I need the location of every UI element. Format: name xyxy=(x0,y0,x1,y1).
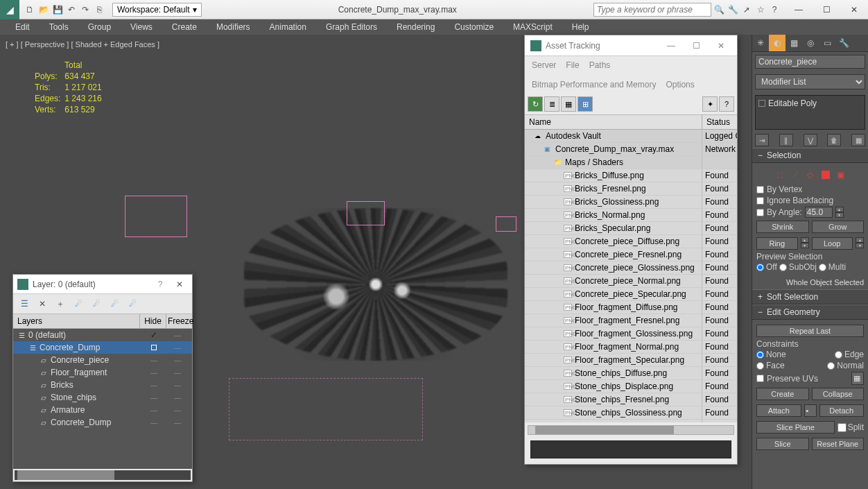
utilities-tab-icon[interactable]: 🔧 xyxy=(835,35,852,51)
asset-row[interactable]: PNGFloor_fragment_Glossiness.pngFound xyxy=(525,327,737,341)
column-hide[interactable]: Hide xyxy=(139,314,166,328)
split-checkbox[interactable] xyxy=(837,423,847,432)
close-button[interactable]: ✕ xyxy=(171,280,188,289)
attach-button[interactable]: Attach xyxy=(756,404,801,417)
hierarchy-tab-icon[interactable]: ▦ xyxy=(785,35,802,51)
asset-row[interactable]: PNGConcrete_piece_Diffuse.pngFound xyxy=(525,235,737,248)
delete-layer-icon[interactable]: ✕ xyxy=(35,297,49,311)
layer-icon[interactable]: ☰ xyxy=(17,297,31,311)
asset-menu-item[interactable]: Bitmap Performance and Memory xyxy=(532,80,656,89)
layer-row[interactable]: ▱Floor_fragment—— xyxy=(13,366,192,379)
spinner-down-icon[interactable]: ▾ xyxy=(835,212,844,218)
asset-menu-item[interactable]: File xyxy=(566,60,579,70)
column-layers[interactable]: Layers xyxy=(13,314,139,328)
column-name[interactable]: Name xyxy=(525,115,702,129)
object-name-input[interactable] xyxy=(755,55,865,69)
asset-row[interactable]: ▣Concrete_Dump_max_vray.maxNetwork xyxy=(525,143,737,156)
help-icon[interactable]: ? xyxy=(153,280,167,289)
layer-list[interactable]: ☰0 (default)✓—☰Concrete_Dump—▱Concrete_p… xyxy=(13,329,192,469)
polygon-level-icon[interactable] xyxy=(819,169,832,181)
slice-button[interactable]: Slice xyxy=(756,438,809,450)
detail-view-icon[interactable]: ⊞ xyxy=(578,96,593,112)
detach-button[interactable]: Detach xyxy=(819,404,865,417)
preserve-uvs-checkbox[interactable] xyxy=(756,375,764,382)
minimize-button[interactable]: — xyxy=(661,41,682,51)
modifier-eye-icon[interactable] xyxy=(758,100,765,107)
motion-tab-icon[interactable]: ◎ xyxy=(802,35,819,51)
vertex-level-icon[interactable]: ⸬ xyxy=(774,169,786,181)
scrollbar-thumb[interactable] xyxy=(17,470,114,480)
asset-menu-item[interactable]: Paths xyxy=(589,60,611,70)
horizontal-scrollbar[interactable] xyxy=(528,425,734,435)
preview-off-radio[interactable] xyxy=(756,264,764,271)
maximize-button[interactable]: ☐ xyxy=(686,41,706,51)
repeat-last-button[interactable]: Repeat Last xyxy=(756,325,864,337)
menu-modifiers[interactable]: Modifiers xyxy=(207,20,260,34)
constraint-none-radio[interactable] xyxy=(756,351,764,359)
asset-row[interactable]: PNGStone_chips_Displace.pngFound xyxy=(525,380,737,393)
asset-row[interactable]: PNGStone_chips_Diffuse.pngFound xyxy=(525,367,737,380)
asset-row[interactable]: PNGBricks_Glossiness.pngFound xyxy=(525,196,737,209)
asset-row[interactable]: PNGFloor_fragment_Fresnel.pngFound xyxy=(525,314,737,327)
asset-row[interactable]: PNGBricks_Specular.pngFound xyxy=(525,222,737,235)
share-icon[interactable]: ➚ xyxy=(740,3,753,16)
asset-list[interactable]: ☁Autodesk VaultLogged O▣Concrete_Dump_ma… xyxy=(525,130,737,422)
new-file-icon[interactable]: 🗋 xyxy=(24,3,36,16)
modifier-stack-item[interactable]: Editable Poly xyxy=(758,98,862,108)
create-button[interactable]: Create xyxy=(756,388,809,400)
edge-level-icon[interactable]: ⟋ xyxy=(789,169,801,181)
asset-row[interactable]: PNGStone_chips_Normal.pngFound xyxy=(525,420,737,422)
column-freeze[interactable]: Freeze xyxy=(166,314,192,328)
menu-tools[interactable]: Tools xyxy=(40,20,78,34)
horizontal-scrollbar[interactable] xyxy=(15,470,191,480)
layer-row[interactable]: ☰Concrete_Dump— xyxy=(13,341,192,354)
settings-icon[interactable]: ✦ xyxy=(702,96,718,112)
asset-row[interactable]: PNGBricks_Fresnel.pngFound xyxy=(525,182,737,196)
menu-customize[interactable]: Customize xyxy=(444,20,503,34)
menu-graph-editors[interactable]: Graph Editors xyxy=(316,20,387,34)
undo-icon[interactable]: ↶ xyxy=(65,3,78,16)
layer-row[interactable]: ☰0 (default)✓— xyxy=(13,329,192,341)
menu-views[interactable]: Views xyxy=(121,20,162,34)
rollout-edit-geometry-header[interactable]: −Edit Geometry xyxy=(752,304,868,320)
border-level-icon[interactable]: ◇ xyxy=(804,169,817,181)
shrink-button[interactable]: Shrink xyxy=(756,221,809,233)
asset-row[interactable]: PNGConcrete_piece_Specular.pngFound xyxy=(525,288,737,301)
asset-menu-item[interactable]: Server xyxy=(532,60,556,70)
redo-icon[interactable]: ↷ xyxy=(79,3,92,16)
spinner-up-icon[interactable]: ▴ xyxy=(835,207,844,212)
open-file-icon[interactable]: 📂 xyxy=(37,3,50,16)
column-status[interactable]: Status xyxy=(702,115,737,129)
asset-row[interactable]: PNGStone_chips_Glossiness.pngFound xyxy=(525,406,737,420)
loop-button[interactable]: Loop xyxy=(812,237,853,250)
list-view-icon[interactable]: ≣ xyxy=(544,96,559,112)
make-unique-icon[interactable]: ⋁ xyxy=(804,134,817,146)
layer-action-icon[interactable]: ☄ xyxy=(89,297,103,311)
asset-row[interactable]: ☁Autodesk VaultLogged O xyxy=(525,130,737,143)
constraint-normal-radio[interactable] xyxy=(827,362,835,370)
slice-plane-button[interactable]: Slice Plane xyxy=(756,421,835,434)
menu-animation[interactable]: Animation xyxy=(260,20,316,34)
help-icon[interactable]: ? xyxy=(719,96,734,112)
pin-stack-icon[interactable]: ⇥ xyxy=(755,134,769,146)
link-icon[interactable]: ⎘ xyxy=(93,3,105,16)
tool-icon[interactable]: 🔧 xyxy=(727,3,739,16)
asset-row[interactable]: PNGConcrete_piece_Fresnel.pngFound xyxy=(525,248,737,261)
grow-button[interactable]: Grow xyxy=(812,221,865,233)
layer-row[interactable]: ▱Concrete_Dump—— xyxy=(13,416,192,429)
menu-group[interactable]: Group xyxy=(78,20,121,34)
create-tab-icon[interactable]: ✳ xyxy=(752,35,769,51)
rollout-soft-selection-header[interactable]: +Soft Selection xyxy=(752,289,868,304)
add-layer-icon[interactable]: ＋ xyxy=(53,297,67,311)
rollout-selection-header[interactable]: −Selection xyxy=(752,148,868,163)
menu-maxscript[interactable]: MAXScript xyxy=(503,20,562,34)
attach-list-button[interactable]: ▪ xyxy=(804,404,817,417)
refresh-icon[interactable]: ↻ xyxy=(528,96,543,112)
modifier-list-select[interactable]: Modifier List xyxy=(755,74,865,89)
layer-row[interactable]: ▱Bricks—— xyxy=(13,379,192,391)
by-vertex-checkbox[interactable] xyxy=(756,186,764,194)
menu-help[interactable]: Help xyxy=(562,20,599,34)
element-level-icon[interactable]: ▣ xyxy=(835,169,847,181)
help-icon[interactable]: ? xyxy=(768,3,781,16)
menu-rendering[interactable]: Rendering xyxy=(387,20,444,34)
